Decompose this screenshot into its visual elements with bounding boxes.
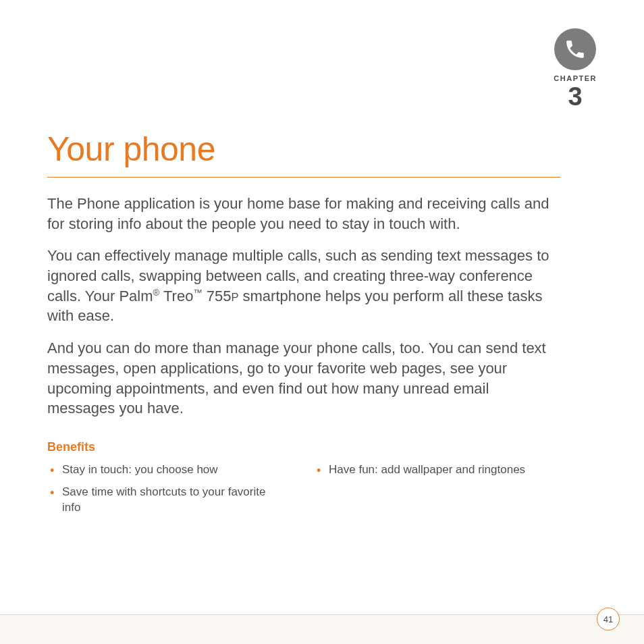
paragraph-2: You can effectively manage multiple call… bbox=[47, 246, 560, 326]
benefits-columns: Stay in touch: you choose how Save time … bbox=[47, 462, 597, 522]
chapter-number: 3 bbox=[554, 84, 597, 109]
benefits-section: Benefits Stay in touch: you choose how S… bbox=[47, 440, 597, 522]
page-number: 41 bbox=[597, 608, 620, 630]
model-suffix: P bbox=[231, 291, 238, 303]
paragraph-1: The Phone application is your home base … bbox=[47, 194, 560, 234]
page-title: Your phone bbox=[47, 130, 560, 178]
benefits-heading: Benefits bbox=[47, 440, 597, 454]
chapter-badge: CHAPTER 3 bbox=[554, 28, 597, 109]
paragraph-3: And you can do more than manage your pho… bbox=[47, 338, 560, 419]
benefit-item: Have fun: add wallpaper and ringtones bbox=[314, 462, 540, 478]
footer-strip bbox=[0, 614, 644, 644]
benefits-column-right: Have fun: add wallpaper and ringtones bbox=[314, 462, 540, 522]
page: CHAPTER 3 Your phone The Phone applicati… bbox=[0, 0, 644, 644]
p2-text-b: Treo bbox=[159, 288, 193, 304]
page-footer: 41 bbox=[0, 606, 644, 644]
benefit-item: Stay in touch: you choose how bbox=[47, 462, 273, 478]
chapter-icon-circle bbox=[554, 28, 596, 70]
benefits-column-left: Stay in touch: you choose how Save time … bbox=[47, 462, 273, 522]
body-content: The Phone application is your home base … bbox=[47, 194, 560, 419]
p2-text-c: 755 bbox=[203, 288, 232, 304]
trademark-mark: ™ bbox=[193, 287, 202, 297]
chapter-label: CHAPTER bbox=[554, 74, 597, 82]
registered-mark: ® bbox=[153, 287, 160, 297]
phone-icon bbox=[564, 38, 587, 61]
benefit-item: Save time with shortcuts to your favorit… bbox=[47, 485, 273, 516]
